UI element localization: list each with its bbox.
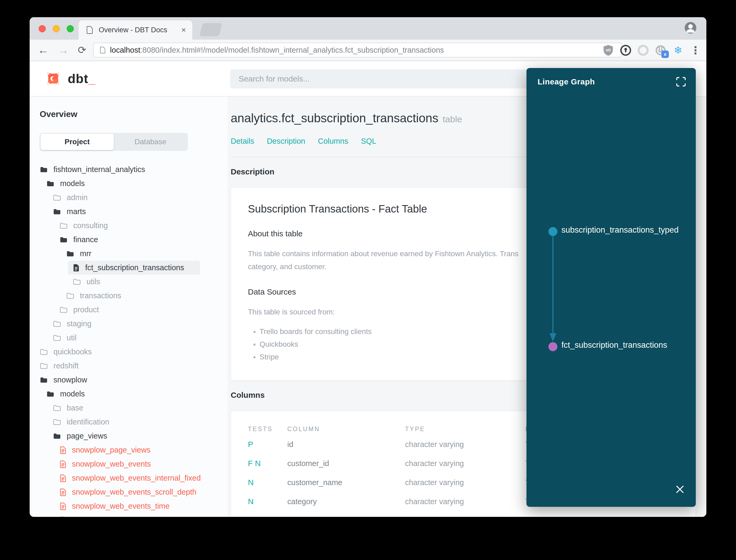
tree-item-label: identification xyxy=(67,418,109,426)
column-row-date_month[interactable]: Ndate_monthdateThis column indicates ...… xyxy=(248,511,679,517)
sidebar-tree-item-transactions[interactable]: transactions xyxy=(66,289,228,303)
sidebar-tree-item-snowplow_web_events_time[interactable]: snowplow_web_events_time xyxy=(60,499,228,513)
column-name: id xyxy=(287,440,405,449)
column-name: customer_id xyxy=(287,459,405,468)
browser-toolbar: ← → ⟳ localhost:8080/index.html#!/model/… xyxy=(30,39,706,61)
sidebar-tree-item-marts[interactable]: marts xyxy=(53,205,228,219)
sidebar-tree-item-snowplow_web_events_internal_fixed[interactable]: snowplow_web_events_internal_fixed xyxy=(60,471,228,485)
sidebar-tree-item-staging[interactable]: staging xyxy=(53,317,228,331)
expand-chevron-icon[interactable]: › xyxy=(631,516,635,517)
url-path: :8080/index.html#!/model/model.fishtown_… xyxy=(140,46,444,54)
folder-closed-icon xyxy=(66,292,74,299)
tree-item-label: finance xyxy=(73,235,98,244)
disabled-extension-icon[interactable] xyxy=(637,44,649,56)
sidebar-tree-item-redshift[interactable]: redshift xyxy=(40,359,228,373)
tree-item-label: snowplow_web_events_scroll_depth xyxy=(72,488,197,496)
forward-button: → xyxy=(58,44,69,56)
tree-item-label: product xyxy=(73,305,99,314)
sidebar-tree-item-fct_subscription_transactions[interactable]: fct_subscription_transactions xyxy=(68,261,228,275)
tree-item-label: snowplow xyxy=(53,376,87,384)
column-type: character varying xyxy=(405,440,525,449)
page-info-icon[interactable] xyxy=(100,46,106,54)
sidebar-tree-item-snowplow_web_events_scroll_depth[interactable]: snowplow_web_events_scroll_depth xyxy=(60,485,228,499)
column-tests: N xyxy=(248,478,287,487)
sidebar-tree-item-finance[interactable]: finance xyxy=(60,233,228,247)
sidebar-tree-item-snowplow_page_views[interactable]: snowplow_page_views xyxy=(60,443,228,457)
sidebar-tree-item-fishtown_internal_analytics[interactable]: fishtown_internal_analytics xyxy=(40,162,228,177)
ublock-extension-icon[interactable]: uO xyxy=(602,44,614,56)
lineage-node-label[interactable]: subscription_transactions_typed xyxy=(561,225,679,235)
sidebar-tree-item-quickbooks[interactable]: quickbooks xyxy=(40,345,228,359)
folder-closed-icon xyxy=(53,194,61,201)
browser-tab[interactable]: Overview - DBT Docs × xyxy=(79,20,192,39)
sidebar-tree-item-util[interactable]: util xyxy=(53,331,228,345)
folder-closed-icon xyxy=(60,222,68,229)
column-name: customer_name xyxy=(287,478,405,487)
model-file-icon xyxy=(60,460,66,468)
dbt-logo[interactable]: dbt_ xyxy=(44,70,96,87)
sidebar-tree-item-models[interactable]: models xyxy=(46,177,228,191)
browser-tabstrip: Overview - DBT Docs × xyxy=(30,17,706,39)
power-extension-badge: x xyxy=(661,51,669,58)
folder-closed-icon xyxy=(53,334,61,341)
sidebar-tree-item-models[interactable]: models xyxy=(46,387,228,401)
tab-close-icon[interactable]: × xyxy=(181,26,186,34)
tree-item-label: snowplow_page_views xyxy=(72,446,151,454)
url-bar[interactable]: localhost:8080/index.html#!/model/model.… xyxy=(93,43,622,57)
toggle-project[interactable]: Project xyxy=(40,134,114,150)
tree-item-label: transactions xyxy=(80,291,121,300)
sidebar-tree-item-snowplow_web_page_context[interactable]: snowplow_web_page_context xyxy=(60,513,228,517)
sidebar-tree-item-consulting[interactable]: consulting xyxy=(60,219,228,233)
reload-button[interactable]: ⟳ xyxy=(78,44,86,56)
lineage-graph[interactable] xyxy=(526,68,696,507)
sidebar-tree-item-admin[interactable]: admin xyxy=(53,191,228,205)
browser-menu-icon[interactable]: ⋮ xyxy=(689,44,702,56)
model-file-icon xyxy=(60,516,66,517)
power-extension-icon[interactable]: x xyxy=(654,44,667,56)
browser-window: Overview - DBT Docs × ← → ⟳ localhost:8 xyxy=(30,17,706,517)
new-tab-button[interactable] xyxy=(200,23,222,36)
tree-item-label: admin xyxy=(67,193,88,202)
onepassword-extension-icon[interactable] xyxy=(620,44,632,56)
sidebar-tree-item-page_views[interactable]: page_views xyxy=(53,429,228,443)
sidebar-tree-item-snowplow[interactable]: snowplow xyxy=(40,373,228,387)
sidebar-tree-item-mrr[interactable]: mrr xyxy=(66,247,228,261)
tree-item-label: util xyxy=(67,333,76,342)
lineage-close-icon[interactable] xyxy=(674,483,686,496)
nav-description[interactable]: Description xyxy=(267,137,305,146)
model-file-icon xyxy=(60,474,66,482)
folder-open-icon xyxy=(46,390,55,398)
sidebar-tree-item-base[interactable]: base xyxy=(53,401,228,415)
profile-avatar-icon[interactable] xyxy=(684,21,697,34)
resource-type-badge: table xyxy=(442,114,462,124)
folder-closed-icon xyxy=(40,348,48,355)
back-button[interactable]: ← xyxy=(38,44,49,56)
url-text: localhost:8080/index.html#!/model/model.… xyxy=(110,46,444,55)
column-tests: N xyxy=(248,516,287,517)
tree-item-label: consulting xyxy=(73,221,108,230)
toggle-database[interactable]: Database xyxy=(114,134,187,150)
minimize-window-button[interactable] xyxy=(53,25,60,32)
tree-item-label: snowplow_web_events_internal_fixed xyxy=(72,474,201,482)
nav-details[interactable]: Details xyxy=(231,137,254,146)
tree-item-label: redshift xyxy=(53,362,79,370)
nav-columns[interactable]: Columns xyxy=(318,137,348,146)
folder-closed-icon xyxy=(40,362,48,369)
tree-item-label: models xyxy=(60,179,85,188)
close-window-button[interactable] xyxy=(39,25,46,32)
snowflake-extension-icon[interactable]: ❄ xyxy=(672,44,684,56)
sidebar-tree-item-snowplow_web_events[interactable]: snowplow_web_events xyxy=(60,457,228,471)
lineage-node-subscription-transactions-typed[interactable] xyxy=(548,227,557,236)
lineage-node-label[interactable]: fct_subscription_transactions xyxy=(561,340,667,350)
folder-closed-icon xyxy=(53,404,61,412)
zoom-window-button[interactable] xyxy=(67,25,74,32)
svg-text:uO: uO xyxy=(606,48,611,52)
sidebar-tree-item-utils[interactable]: utils xyxy=(73,275,228,289)
lineage-node-fct-subscription-transactions[interactable] xyxy=(548,342,557,351)
nav-sql[interactable]: SQL xyxy=(361,137,376,146)
sidebar-tree-item-product[interactable]: product xyxy=(60,303,228,317)
sidebar-tree-item-identification[interactable]: identification xyxy=(53,415,228,429)
folder-closed-icon xyxy=(53,418,61,426)
folder-open-icon xyxy=(40,166,48,173)
tree-item-label: mrr xyxy=(80,249,91,258)
